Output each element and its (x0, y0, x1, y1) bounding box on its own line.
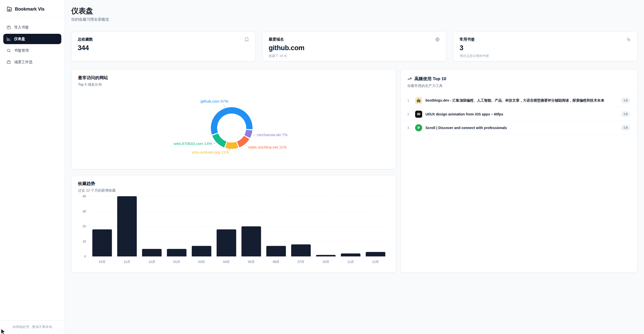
sidebar-item-label: 仪表盘 (14, 37, 25, 41)
stat-card-total-bookmarks: 总收藏数 344 (71, 32, 256, 62)
svg-text:01月: 01月 (173, 260, 180, 264)
sidebar: Bookmark Vis 导入书签 仪表盘 (0, 0, 65, 334)
svg-text:07月: 07月 (298, 260, 304, 264)
p-letter-favicon: P (415, 124, 422, 131)
svg-text:web.870833.com 14%: web.870833.com 14% (173, 141, 212, 146)
rank-number: 1 (407, 99, 413, 103)
donut-card-subtitle: Top 5 域名分布 (78, 82, 389, 87)
bookmark-title: UI/UX design animation from iOS apps – 6… (425, 112, 621, 116)
svg-text:11月: 11月 (347, 260, 354, 264)
robot-favicon (415, 97, 422, 104)
sidebar-footer-note: 纯前端处理，数据不离本地 (0, 320, 65, 334)
search-icon (7, 48, 11, 53)
sidebar-item-label: 导入书签 (14, 25, 29, 30)
stat-label: 常用书签 (460, 37, 475, 42)
page-subtitle: 你的收藏习惯全景概览 (71, 17, 637, 22)
svg-text:github.com 57%: github.com 57% (200, 99, 228, 103)
folder-import-icon (7, 25, 11, 29)
stats-row: 总收藏数 344 最爱域名 (71, 32, 637, 62)
sidebar-nav: 导入书签 仪表盘 书签管理 (0, 17, 65, 72)
top-list-subtitle: 你最常用的生产力工具 (407, 84, 631, 88)
svg-text:10: 10 (83, 239, 86, 243)
sixty-fps-favicon: 60 (415, 111, 422, 118)
svg-text:ciechanow.ski 7%: ciechanow.ski 7% (257, 133, 288, 137)
dashboard-grid: 最常访问的网站 Top 5 域名分布 github.com 57%ciechan… (71, 69, 637, 273)
stat-label: 总收藏数 (78, 37, 93, 42)
stat-card-favorite-domain: 最爱域名 github.com 收藏了 16 次 (262, 32, 447, 62)
sidebar-item-dashboard[interactable]: 仪表盘 (3, 34, 61, 44)
sidebar-item-workflow[interactable]: 场景工作流 (3, 57, 61, 67)
page-title: 仪表盘 (71, 7, 637, 15)
stat-label: 最爱域名 (269, 37, 284, 42)
mouse-cursor (0, 328, 7, 334)
usage-count-badge: 1次 (621, 111, 631, 117)
list-item[interactable]: 3 P Scroll | Discover and connect with p… (401, 121, 637, 135)
list-item[interactable]: 2 60 UI/UX design animation from iOS app… (401, 107, 637, 121)
rank-number: 3 (407, 126, 413, 130)
top-list-header: 高频使用 Top 10 你最常用的生产力工具 (401, 70, 637, 94)
stat-value: 3 (460, 44, 631, 52)
sidebar-item-import[interactable]: 导入书签 (3, 22, 61, 33)
svg-text:10月: 10月 (322, 260, 329, 264)
briefcase-icon (7, 60, 11, 64)
svg-text:11月: 11月 (124, 260, 130, 264)
sidebar-item-label: 书签管理 (14, 48, 29, 53)
stat-card-frequent-bookmarks: 常用书签 3 有过点击记录的书签 (453, 32, 637, 62)
top-list-title: 高频使用 Top 10 (414, 76, 446, 82)
svg-text:04月: 04月 (223, 260, 230, 264)
bar-card-subtitle: 过去 12 个月的新增收藏 (78, 188, 389, 193)
bar-card-title: 收藏趋势 (78, 181, 389, 187)
app-title: Bookmark Vis (15, 7, 44, 12)
bookmark-title: bestblogs.dev - 汇集顶级编程、人工智能、产品、科技文章，大语言模… (425, 98, 621, 103)
svg-text:03月: 03月 (198, 260, 205, 264)
sidebar-item-manage[interactable]: 书签管理 (3, 45, 61, 56)
rank-number: 2 (407, 112, 413, 116)
bookmark-title: Scroll | Discover and connect with profe… (425, 126, 621, 130)
usage-count-badge: 1次 (621, 97, 631, 104)
bookmark-icon (244, 37, 249, 42)
charts-column: 最常访问的网站 Top 5 域名分布 github.com 57%ciechan… (71, 69, 396, 273)
svg-text:40: 40 (83, 194, 86, 198)
app-logo: Bookmark Vis (0, 0, 65, 17)
app-root: Bookmark Vis 导入书签 仪表盘 (0, 0, 644, 334)
svg-text:0: 0 (84, 255, 86, 258)
main-content: 仪表盘 你的收藏习惯全景概览 总收藏数 344 最爱域名 (65, 0, 644, 334)
cursor-click-icon (626, 37, 631, 42)
stat-subtext: 有过点击记录的书签 (460, 54, 631, 58)
svg-text:05月: 05月 (248, 260, 255, 264)
sidebar-item-label: 场景工作流 (14, 60, 33, 65)
trend-card: 收藏趋势 过去 12 个月的新增收藏 01020304010月11月12月01月… (71, 175, 396, 273)
top-list-card: 高频使用 Top 10 你最常用的生产力工具 1 (400, 69, 637, 273)
top-sites-card: 最常访问的网站 Top 5 域名分布 github.com 57%ciechan… (71, 69, 396, 169)
bookmark-folder-icon (7, 6, 12, 12)
svg-text:12月: 12月 (148, 260, 155, 264)
svg-text:30: 30 (83, 209, 86, 213)
trending-up-icon (407, 77, 412, 81)
svg-text:static.oschina.net 11%: static.oschina.net 11% (248, 145, 287, 149)
top-list-rows: 1 bestblogs.dev - 汇集顶级编程、人工智能、产品、科技文章，大语… (401, 94, 637, 135)
donut-card-title: 最常访问的网站 (78, 75, 389, 81)
svg-text:10月: 10月 (99, 260, 105, 264)
list-item[interactable]: 1 bestblogs.dev - 汇集顶级编程、人工智能、产品、科技文章，大语… (401, 94, 637, 107)
svg-text:12月: 12月 (372, 260, 379, 264)
stat-value: github.com (269, 44, 440, 52)
svg-text:06月: 06月 (273, 260, 279, 264)
stat-subtext: 收藏了 16 次 (269, 54, 440, 58)
svg-text:sms-activate.org 11%: sms-activate.org 11% (192, 150, 229, 154)
svg-text:20: 20 (83, 224, 86, 228)
globe-icon (435, 37, 440, 42)
bar-chart-icon (7, 37, 11, 41)
stat-value: 344 (78, 44, 249, 52)
usage-count-badge: 1次 (621, 125, 631, 131)
